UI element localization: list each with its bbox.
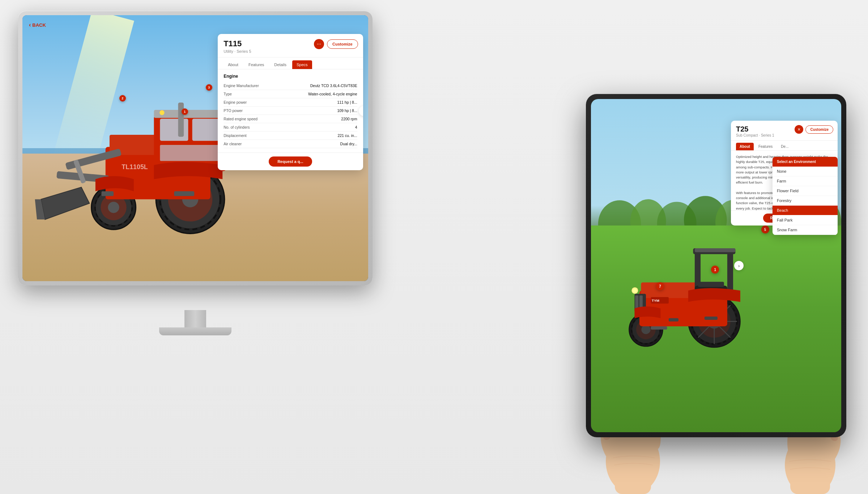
env-option-beach[interactable]: Beach: [773, 206, 838, 215]
svg-rect-16: [154, 109, 228, 117]
spec-engine-power: Engine power 111 hp | 8...: [224, 98, 357, 107]
svg-marker-22: [41, 187, 89, 219]
svg-rect-15: [160, 145, 220, 161]
svg-point-80: [785, 434, 835, 494]
spec-engine-power-value: 111 hp | 8...: [290, 100, 357, 104]
panel-t115-actions: ⋯ Customize: [314, 39, 358, 49]
svg-point-8: [108, 202, 119, 213]
svg-text:TYM: TYM: [652, 299, 659, 303]
t115-share-button[interactable]: ⋯: [314, 39, 324, 49]
panel-t115-header: T115 Utility · Series 5 ⋯ Customize: [218, 34, 363, 57]
panel-t25-subtitle: Sub Compact · Series 1: [736, 133, 833, 137]
back-label: BACK: [32, 22, 46, 28]
panel-t25: T25 Sub Compact · Series 1 × Customize A…: [731, 121, 838, 225]
svg-point-48: [641, 325, 650, 334]
panel-t115: T115 Utility · Series 5 ⋯ Customize Abou…: [218, 34, 363, 170]
panel-t25-actions: × Customize: [795, 125, 833, 134]
tab-features[interactable]: Features: [244, 60, 268, 69]
svg-rect-60: [694, 248, 735, 252]
spec-engine-power-label: Engine power: [224, 100, 290, 104]
panel-t115-subtitle: Utility · Series 5: [224, 49, 357, 53]
svg-rect-17: [178, 102, 184, 137]
panel-t25-tabs: About Features De...: [731, 141, 838, 151]
hotspot-1[interactable]: 1: [182, 108, 188, 115]
env-option-farm[interactable]: Farm: [773, 176, 838, 186]
t25-close-button[interactable]: ×: [795, 125, 803, 134]
panel-t115-content: › Engine Engine Manufacturer Deutz TCD 3…: [218, 69, 363, 153]
spec-air-cleaner-label: Air cleaner: [224, 142, 290, 146]
spec-rated-speed-label: Rated engine speed: [224, 117, 290, 121]
panel-t115-tabs: About Features Details Specs: [218, 57, 363, 69]
spec-rated-speed: Rated engine speed 2200 rpm: [224, 115, 357, 123]
tablet: TYM 4 5 1 7 › T25: [586, 94, 846, 437]
tablet-hotspot-1[interactable]: 1: [711, 266, 719, 274]
svg-rect-25: [101, 191, 113, 196]
svg-rect-63: [669, 318, 678, 322]
tablet-hotspot-5[interactable]: 5: [761, 225, 769, 233]
tablet-frame: TYM 4 5 1 7 › T25: [586, 94, 846, 437]
svg-point-18: [159, 110, 164, 115]
env-option-none[interactable]: None: [773, 167, 838, 176]
spec-displacement: Displacement 221 cu. in...: [224, 132, 357, 140]
monitor-screen: BACK: [22, 15, 368, 281]
spec-cylinders-label: No. of cylinders: [224, 125, 290, 129]
spec-rated-speed-value: 2200 rpm: [290, 117, 357, 121]
env-option-flower-field[interactable]: Flower Field: [773, 186, 838, 196]
svg-text:TL1105L: TL1105L: [122, 163, 148, 170]
spec-manufacturer-value: Deutz TCD 3.6L4-C5VT83E: [290, 83, 357, 88]
expand-arrow[interactable]: ›: [359, 106, 363, 116]
svg-point-56: [633, 288, 637, 293]
tablet-screen: TYM 4 5 1 7 › T25: [591, 99, 841, 432]
t115-customize-button[interactable]: Customize: [327, 39, 358, 49]
engine-section-title: Engine: [224, 74, 357, 79]
t115-request-button[interactable]: Request a q...: [269, 156, 312, 167]
spec-type-label: Type: [224, 92, 290, 96]
t25-tab-details[interactable]: De...: [777, 143, 792, 150]
spec-air-cleaner: Air cleaner Dual dry...: [224, 140, 357, 148]
t25-customize-button[interactable]: Customize: [805, 125, 833, 134]
tab-about[interactable]: About: [224, 60, 243, 69]
environment-dropdown: Select an Environment None Farm Flower F…: [773, 157, 838, 235]
share-icon: ⋯: [317, 42, 321, 47]
svg-rect-13: [160, 119, 188, 141]
spec-cylinders-value: 4: [290, 125, 357, 129]
tablet-expand-arrow[interactable]: ›: [734, 261, 744, 270]
spec-cylinders: No. of cylinders 4: [224, 123, 357, 132]
spec-displacement-label: Displacement: [224, 133, 290, 138]
dropdown-header: Select an Environment: [773, 157, 838, 167]
spec-type: Type Water-cooled, 4-cycle engine: [224, 90, 357, 98]
spec-air-cleaner-value: Dual dry...: [290, 142, 357, 146]
hotspot-3[interactable]: 3: [206, 84, 212, 91]
spec-pto-power-value: 109 hp | 8...: [290, 108, 357, 113]
t25-tab-features[interactable]: Features: [755, 143, 776, 150]
tab-details[interactable]: Details: [270, 60, 291, 69]
spec-displacement-value: 221 cu. in...: [290, 133, 357, 138]
panel-t25-header: T25 Sub Compact · Series 1 × Customize: [731, 121, 838, 141]
panel-t115-footer: Request a q...: [218, 153, 363, 170]
monitor-stand-base: [159, 327, 231, 335]
tablet-hotspot-7[interactable]: 7: [656, 282, 664, 290]
spec-manufacturer-label: Engine Manufacturer: [224, 83, 290, 88]
svg-rect-86: [790, 476, 830, 494]
monitor: BACK: [18, 11, 373, 311]
back-button[interactable]: BACK: [29, 22, 46, 28]
t25-tab-about[interactable]: About: [736, 143, 754, 150]
close-icon: ×: [797, 126, 800, 132]
spec-manufacturer: Engine Manufacturer Deutz TCD 3.6L4-C5VT…: [224, 82, 357, 90]
svg-rect-64: [704, 317, 717, 320]
svg-rect-67: [651, 326, 667, 330]
svg-rect-74: [615, 472, 651, 494]
spec-pto-power-label: PTO power: [224, 108, 290, 113]
svg-point-68: [606, 429, 660, 494]
monitor-body: BACK: [18, 11, 373, 285]
svg-rect-14: [192, 119, 220, 141]
spec-pto-power: PTO power 109 hp | 8...: [224, 107, 357, 115]
env-option-fall-park[interactable]: Fall Park: [773, 215, 838, 225]
tab-specs[interactable]: Specs: [292, 60, 312, 69]
hotspot-2[interactable]: 2: [119, 95, 126, 102]
env-option-forestry[interactable]: Forestry: [773, 196, 838, 206]
svg-rect-62: [698, 282, 724, 287]
env-option-snow-farm[interactable]: Snow Farm: [773, 225, 838, 235]
monitor-stand-neck: [184, 310, 206, 328]
spec-type-value: Water-cooled, 4-cycle engine: [290, 92, 357, 96]
